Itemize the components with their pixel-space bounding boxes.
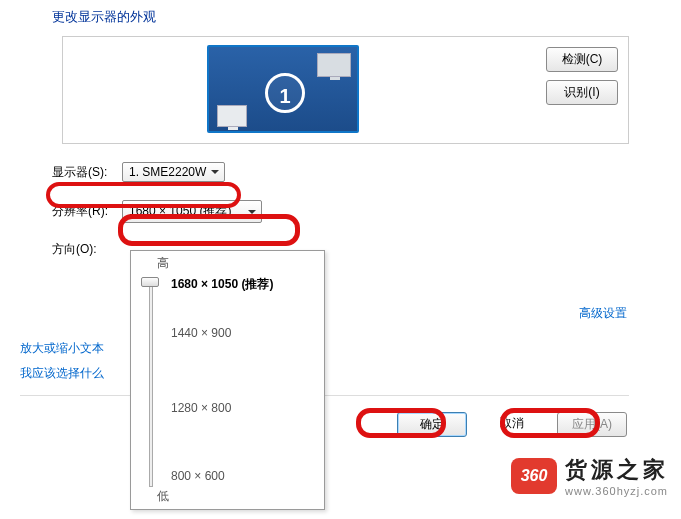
display-selected: 1. SME2220W — [129, 165, 206, 179]
monitor-small-icon — [317, 53, 351, 77]
slider-option[interactable]: 800 × 600 — [171, 469, 225, 483]
which-choice-link[interactable]: 我应该选择什么 — [20, 365, 104, 382]
orientation-row: 方向(O): — [0, 237, 681, 262]
resolution-slider-popup: 高 1680 × 1050 (推荐) 1440 × 900 1280 × 800… — [130, 250, 325, 510]
monitor-thumbnail[interactable]: 1 — [207, 45, 359, 133]
identify-button[interactable]: 识别(I) — [546, 80, 618, 105]
slider-thumb[interactable] — [141, 277, 159, 287]
detect-button[interactable]: 检测(C) — [546, 47, 618, 72]
advanced-settings-link[interactable]: 高级设置 — [579, 306, 627, 320]
slider-high-label: 高 — [157, 255, 169, 272]
slider-option[interactable]: 1280 × 800 — [171, 401, 231, 415]
slider-track[interactable] — [149, 277, 153, 487]
display-dropdown[interactable]: 1. SME2220W — [122, 162, 225, 182]
monitor-arrangement-panel: 1 检测(C) 识别(I) — [62, 36, 629, 144]
resolution-selected: 1680 × 1050 (推荐) — [129, 204, 231, 218]
ok-button[interactable]: 确定 — [397, 412, 467, 437]
monitor-number: 1 — [265, 73, 305, 113]
display-label: 显示器(S): — [52, 164, 122, 181]
apply-button[interactable]: 应用(A) — [557, 412, 627, 437]
slider-option[interactable]: 1680 × 1050 (推荐) — [171, 276, 273, 293]
magnify-link[interactable]: 放大或缩小文本 — [20, 340, 104, 357]
display-row: 显示器(S): 1. SME2220W — [0, 158, 681, 186]
resolution-row: 分辨率(R): 1680 × 1050 (推荐) — [0, 196, 681, 227]
watermark: 360 货源之家 www.360hyzj.com — [511, 455, 669, 497]
monitor-small-icon — [217, 105, 247, 127]
orientation-label: 方向(O): — [52, 241, 122, 258]
watermark-badge: 360 — [511, 458, 557, 494]
resolution-dropdown[interactable]: 1680 × 1050 (推荐) — [122, 200, 262, 223]
slider-option[interactable]: 1440 × 900 — [171, 326, 231, 340]
watermark-title: 货源之家 — [565, 455, 669, 485]
cancel-button[interactable]: 取消 — [477, 412, 547, 437]
page-title: 更改显示器的外观 — [0, 0, 681, 36]
resolution-label: 分辨率(R): — [52, 203, 122, 220]
watermark-url: www.360hyzj.com — [565, 485, 669, 497]
slider-low-label: 低 — [157, 488, 169, 505]
